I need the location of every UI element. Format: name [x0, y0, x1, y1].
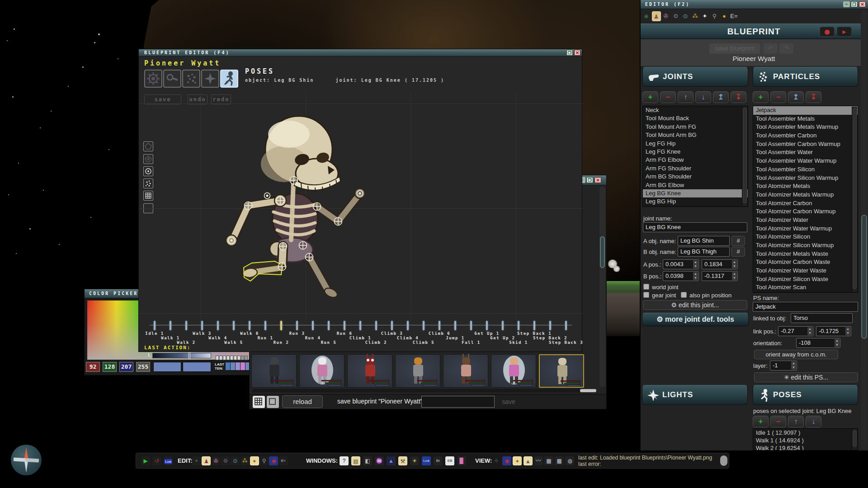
list-item[interactable]: Tool Assembler Metals Warmup	[753, 123, 858, 131]
timeline-tick[interactable]	[344, 321, 345, 330]
grid-icon[interactable]: ▦	[544, 456, 553, 465]
wave-icon[interactable]: ♒	[375, 456, 384, 465]
a-obj-input[interactable]: Leg BG Shin	[678, 236, 730, 246]
character-icon[interactable]: ♟	[202, 456, 211, 465]
timeline-tick[interactable]	[359, 321, 361, 330]
blueprint-thumbnail-armored-robot[interactable]	[251, 354, 297, 388]
particles-icon[interactable]: ⁂	[691, 11, 700, 21]
gear-icon[interactable]: ⚙	[671, 11, 680, 21]
joints-add-button[interactable]: +	[642, 91, 658, 103]
timeline-label[interactable]: Walk 6	[240, 331, 259, 336]
timeline-label[interactable]: Climb 4	[397, 336, 419, 340]
list-item[interactable]: Neck	[643, 106, 748, 114]
wagon-icon[interactable]: ✇	[212, 456, 221, 465]
list-item[interactable]: Leg BG Knee	[643, 189, 748, 197]
timeline-label[interactable]: Walk 4	[208, 336, 227, 340]
panel-scrollbar[interactable]	[861, 10, 868, 450]
close-icon[interactable]: ✕	[859, 1, 866, 7]
blue-value[interactable]: 207	[119, 362, 133, 372]
close-icon[interactable]: ✕	[594, 177, 601, 183]
more-joint-tools-button[interactable]: ⚙ more joint def. tools	[642, 313, 749, 326]
taskbar-scroll-handle[interactable]	[720, 455, 727, 466]
list-item[interactable]: Idle 1 ( 12.9097 )	[753, 429, 858, 436]
poses-list[interactable]: Idle 1 ( 12.9097 )Walk 1 ( 14.6924 )Walk…	[753, 428, 858, 450]
editor-icon[interactable]: ▤	[351, 456, 360, 465]
list-item[interactable]: Tool Mount Back	[643, 114, 748, 122]
timeline-tick[interactable]	[423, 321, 425, 330]
edit-ps-button[interactable]: ✳ edit this PS...	[754, 372, 858, 382]
timeline-label[interactable]: Step Back 1	[517, 331, 552, 336]
a-obj-pick-button[interactable]: #	[731, 236, 745, 246]
planet-icon[interactable]: 🜨	[192, 456, 201, 465]
list-item[interactable]: Leg BG Hip	[643, 197, 748, 206]
list-scrollbar[interactable]	[852, 107, 857, 292]
timeline-label[interactable]: Run 3	[289, 331, 305, 336]
joints-bottom-button[interactable]: ↧	[731, 91, 746, 103]
scrollbar-thumb[interactable]	[853, 430, 857, 447]
joints-top-button[interactable]: ↥	[713, 91, 729, 103]
timeline-label[interactable]: Climb 5	[413, 340, 434, 345]
particles-rem-button[interactable]: −	[770, 91, 786, 103]
save-blueprint-button[interactable]: save blueprint	[709, 43, 760, 54]
help-icon[interactable]: ?	[340, 456, 349, 465]
gray-swatch[interactable]	[226, 356, 230, 360]
list-item[interactable]: Tool Atomizer Metals Warmup	[753, 191, 858, 199]
gray-swatch[interactable]	[237, 356, 241, 360]
timeline-tick[interactable]	[217, 321, 219, 330]
emc2-icon[interactable]: E=	[279, 456, 288, 465]
world-joint-checkbox[interactable]	[643, 284, 649, 290]
b-pos-y-spinner[interactable]: -0.1317▲▼	[702, 271, 738, 281]
timeline-label[interactable]: Get Up 2	[490, 336, 515, 340]
list-item[interactable]: Arm FG Shoulder	[643, 164, 748, 173]
b-obj-input[interactable]: Leg BG Thigh	[678, 247, 730, 257]
swirl-icon[interactable]: 〰	[534, 456, 543, 465]
joint-icon[interactable]: ⊙	[231, 456, 240, 465]
lights-section-header[interactable]: LIGHTS	[642, 385, 748, 405]
timeline-tick[interactable]	[154, 321, 156, 330]
orientation-spinner[interactable]: -108▲▼	[796, 338, 840, 348]
gray-swatch[interactable]	[234, 356, 237, 360]
timeline-label[interactable]: Walk 1	[161, 336, 180, 340]
timeline-label[interactable]: Walk 3	[193, 331, 212, 336]
save-button[interactable]: save	[498, 396, 519, 407]
ps-name-input[interactable]: Jetpack	[753, 302, 858, 312]
list-item[interactable]: Tool Assembler Carbon Warmup	[753, 140, 858, 149]
poses-add-button[interactable]: +	[753, 416, 769, 427]
timeline-label[interactable]: Climb 6	[429, 331, 450, 336]
list-item[interactable]: Tool Atomizer Silicon	[753, 233, 858, 241]
grid-view-button[interactable]	[253, 396, 265, 408]
list-item[interactable]: Tool Atomizer Water Warmup	[753, 225, 858, 233]
joints-down-button[interactable]: ↓	[695, 91, 711, 103]
poses-rem-button[interactable]: −	[770, 416, 786, 427]
densegrid-icon[interactable]: ▩	[555, 456, 564, 465]
alpha-value[interactable]: 255	[136, 362, 150, 372]
timeline-label[interactable]: Fall 1	[462, 340, 481, 345]
recent-color-swatch[interactable]	[241, 362, 245, 370]
timeline-label[interactable]: Walk 2	[177, 340, 196, 345]
edit-joint-button[interactable]: ⚙ edit this joint...	[643, 300, 747, 310]
poses-down-button[interactable]: ↓	[806, 416, 821, 427]
redo-button[interactable]: ↷	[779, 43, 793, 54]
particles-list[interactable]: JetpackTool Assembler MetalsTool Assembl…	[753, 106, 858, 293]
list-item[interactable]: Tool Assembler Carbon	[753, 131, 858, 140]
orb-icon[interactable]: ◉	[502, 456, 511, 465]
layer-spinner[interactable]: -1▲▼	[770, 361, 797, 371]
light-icon[interactable]: ✦	[513, 456, 522, 465]
timeline-tick[interactable]	[470, 321, 472, 330]
record-button[interactable]: ⬤	[820, 27, 835, 37]
timeline-tick[interactable]	[439, 321, 440, 330]
planet-icon[interactable]: 🜨	[642, 11, 651, 21]
list-item[interactable]: Tool Assembler Silicon	[753, 165, 858, 174]
eb-icon[interactable]: EB	[445, 456, 454, 465]
list-item[interactable]: Tool Mount Arm BG	[643, 131, 748, 139]
list-item[interactable]: Arm BG Shoulder	[643, 173, 748, 181]
joints-section-header[interactable]: JOINTS	[642, 67, 748, 87]
timeline-label[interactable]: Run 2	[274, 340, 289, 345]
timeline-tick[interactable]	[280, 321, 282, 330]
list-item[interactable]: Arm BG Elbow	[643, 181, 748, 189]
gray-swatch[interactable]	[241, 356, 244, 360]
figures-icon[interactable]: ⚒	[398, 456, 407, 465]
recent-color-swatch[interactable]	[236, 362, 240, 370]
gray-swatch[interactable]	[230, 356, 233, 360]
list-scrollbar[interactable]	[742, 107, 747, 206]
